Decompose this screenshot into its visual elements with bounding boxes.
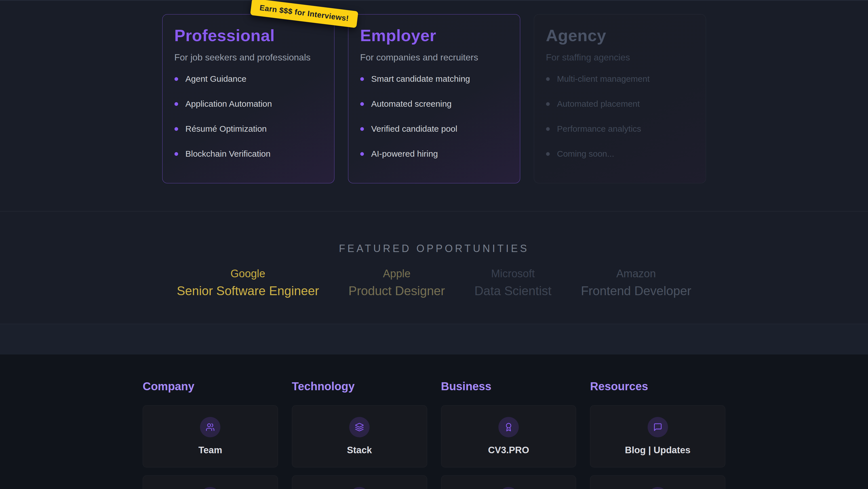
feature-label: Coming soon... bbox=[557, 149, 614, 159]
award-icon bbox=[498, 417, 519, 437]
footer-column-technology: Technology Stack bbox=[292, 380, 427, 489]
pricing-section: Earn $$$ for Interviews! Professional Fo… bbox=[0, 0, 868, 211]
feature-label: Agent Guidance bbox=[186, 74, 247, 84]
footer-card-partial[interactable] bbox=[441, 476, 577, 489]
plan-feature: Agent Guidance bbox=[175, 74, 322, 84]
job-role: Senior Software Engineer bbox=[177, 284, 319, 298]
plan-feature: Automated placement bbox=[546, 99, 694, 109]
plan-description: For job seekers and professionals bbox=[175, 52, 322, 63]
feature-label: Verified candidate pool bbox=[371, 124, 458, 134]
footer-card-icon bbox=[648, 487, 668, 489]
bullet-icon bbox=[360, 127, 364, 131]
footer-grid: Company Team Technology Stack bbox=[143, 380, 725, 489]
bullet-icon bbox=[175, 102, 178, 106]
featured-opportunities-section: FEATURED OPPORTUNITIES Google Senior Sof… bbox=[0, 211, 868, 324]
plan-feature: AI-powered hiring bbox=[360, 149, 508, 159]
footer-card-icon bbox=[349, 487, 370, 489]
footer-card-partial[interactable] bbox=[292, 476, 427, 489]
plan-description: For staffing agencies bbox=[546, 52, 694, 63]
plan-feature: Résumé Optimization bbox=[175, 124, 322, 134]
job-company: Microsoft bbox=[474, 268, 552, 280]
footer-card-partial[interactable] bbox=[590, 476, 725, 489]
plan-card-employer[interactable]: Employer For companies and recruiters Sm… bbox=[348, 14, 520, 183]
bullet-icon bbox=[175, 127, 178, 131]
feature-label: Performance analytics bbox=[557, 124, 641, 134]
plan-feature: Automated screening bbox=[360, 99, 508, 109]
bullet-icon bbox=[546, 152, 550, 156]
job-company: Amazon bbox=[581, 268, 691, 280]
feature-label: Application Automation bbox=[186, 99, 272, 109]
feature-label: Résumé Optimization bbox=[186, 124, 267, 134]
plan-feature: Coming soon... bbox=[546, 149, 694, 159]
footer-card-icon bbox=[498, 487, 519, 489]
footer-card-blog[interactable]: Blog | Updates bbox=[590, 405, 725, 467]
bullet-icon bbox=[546, 77, 550, 81]
plan-cards-row: Professional For job seekers and profess… bbox=[0, 14, 868, 183]
section-spacer bbox=[0, 324, 868, 354]
footer-column-title: Business bbox=[441, 380, 577, 393]
featured-job-apple[interactable]: Apple Product Designer bbox=[349, 268, 445, 298]
footer-card-cv3pro[interactable]: CV3.PRO bbox=[441, 405, 577, 467]
feature-label: Blockchain Verification bbox=[186, 149, 271, 159]
featured-job-microsoft[interactable]: Microsoft Data Scientist bbox=[474, 268, 552, 298]
plan-card-professional[interactable]: Professional For job seekers and profess… bbox=[162, 14, 335, 183]
footer-card-stack[interactable]: Stack bbox=[292, 405, 427, 467]
featured-job-amazon[interactable]: Amazon Frontend Developer bbox=[581, 268, 691, 298]
plan-title: Agency bbox=[546, 26, 694, 45]
plan-feature: Multi-client management bbox=[546, 74, 694, 84]
footer-card-label: Stack bbox=[347, 445, 372, 456]
bullet-icon bbox=[546, 102, 550, 106]
footer: Company Team Technology Stack bbox=[0, 354, 868, 489]
job-role: Product Designer bbox=[349, 284, 445, 298]
plan-title: Employer bbox=[360, 26, 508, 45]
footer-card-icon bbox=[200, 487, 220, 489]
footer-column-title: Resources bbox=[590, 380, 725, 393]
job-company: Google bbox=[177, 268, 319, 280]
footer-column-business: Business CV3.PRO bbox=[441, 380, 577, 489]
plan-feature: Performance analytics bbox=[546, 124, 694, 134]
footer-card-label: Blog | Updates bbox=[625, 445, 690, 456]
job-role: Frontend Developer bbox=[581, 284, 691, 298]
bullet-icon bbox=[175, 152, 178, 156]
bullet-icon bbox=[175, 77, 178, 81]
featured-jobs-row: Google Senior Software Engineer Apple Pr… bbox=[0, 268, 868, 298]
plan-card-agency: Agency For staffing agencies Multi-clien… bbox=[534, 14, 706, 183]
plan-feature-list: Smart candidate matching Automated scree… bbox=[360, 74, 508, 159]
chat-bubble-icon bbox=[648, 417, 668, 437]
job-role: Data Scientist bbox=[474, 284, 552, 298]
footer-column-title: Technology bbox=[292, 380, 427, 393]
feature-label: Smart candidate matching bbox=[371, 74, 470, 84]
bullet-icon bbox=[360, 152, 364, 156]
feature-label: Automated screening bbox=[371, 99, 452, 109]
featured-title: FEATURED OPPORTUNITIES bbox=[0, 243, 868, 255]
footer-card-partial[interactable] bbox=[143, 476, 278, 489]
feature-label: Automated placement bbox=[557, 99, 640, 109]
bullet-icon bbox=[360, 102, 364, 106]
bullet-icon bbox=[546, 127, 550, 131]
job-company: Apple bbox=[349, 268, 445, 280]
feature-label: AI-powered hiring bbox=[371, 149, 438, 159]
footer-column-resources: Resources Blog | Updates bbox=[590, 380, 725, 489]
feature-label: Multi-client management bbox=[557, 74, 650, 84]
users-icon bbox=[200, 417, 220, 437]
plan-feature: Smart candidate matching bbox=[360, 74, 508, 84]
plan-feature: Blockchain Verification bbox=[175, 149, 322, 159]
plan-feature: Verified candidate pool bbox=[360, 124, 508, 134]
featured-job-google[interactable]: Google Senior Software Engineer bbox=[177, 268, 319, 298]
footer-column-title: Company bbox=[143, 380, 278, 393]
plan-description: For companies and recruiters bbox=[360, 52, 508, 63]
plan-feature: Application Automation bbox=[175, 99, 322, 109]
plan-feature-list: Multi-client management Automated placem… bbox=[546, 74, 694, 159]
footer-card-team[interactable]: Team bbox=[143, 405, 278, 467]
footer-card-label: Team bbox=[198, 445, 222, 456]
layers-icon bbox=[349, 417, 370, 437]
plan-feature-list: Agent Guidance Application Automation Ré… bbox=[175, 74, 322, 159]
footer-column-company: Company Team bbox=[143, 380, 278, 489]
plan-title: Professional bbox=[175, 26, 322, 45]
footer-card-label: CV3.PRO bbox=[488, 445, 529, 456]
bullet-icon bbox=[360, 77, 364, 81]
